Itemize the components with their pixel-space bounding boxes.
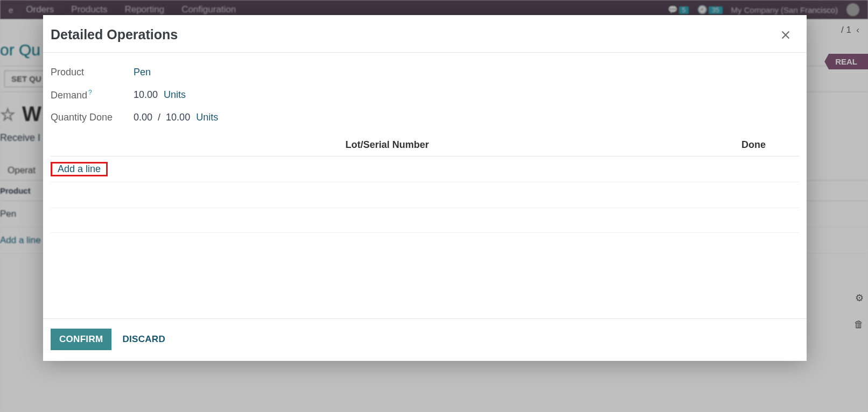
modal-title: Detailed Operations xyxy=(51,27,178,42)
modal-header: Detailed Operations xyxy=(43,15,807,53)
done-uom[interactable]: Units xyxy=(196,112,218,123)
add-line-highlight: Add a line xyxy=(51,162,108,176)
add-line-link[interactable]: Add a line xyxy=(52,161,106,176)
col-done: Done xyxy=(722,139,797,151)
done-quantity: 0.00 xyxy=(134,112,152,123)
discard-button[interactable]: DISCARD xyxy=(122,334,165,345)
quantity-done-label: Quantity Done xyxy=(51,112,134,123)
modal-footer: CONFIRM DISCARD xyxy=(43,318,807,361)
col-lot-serial: Lot/Serial Number xyxy=(53,139,722,151)
table-spacer xyxy=(51,183,799,208)
help-icon[interactable]: ? xyxy=(88,89,92,96)
operations-table: Lot/Serial Number Done Add a line xyxy=(51,134,799,233)
product-label: Product xyxy=(51,67,134,78)
done-separator: / xyxy=(158,112,160,123)
demand-quantity: 10.00 xyxy=(134,89,158,100)
modal-body: Product Pen Demand? 10.00 Units Quantity… xyxy=(43,53,807,318)
confirm-button[interactable]: CONFIRM xyxy=(51,329,111,350)
demand-label: Demand? xyxy=(51,89,134,101)
table-spacer-2 xyxy=(51,208,799,233)
demand-uom[interactable]: Units xyxy=(164,89,186,100)
close-icon[interactable] xyxy=(780,29,792,41)
product-value[interactable]: Pen xyxy=(134,67,151,78)
done-total: 10.00 xyxy=(166,112,190,123)
detailed-operations-modal: Detailed Operations Product Pen Demand? … xyxy=(43,15,807,361)
